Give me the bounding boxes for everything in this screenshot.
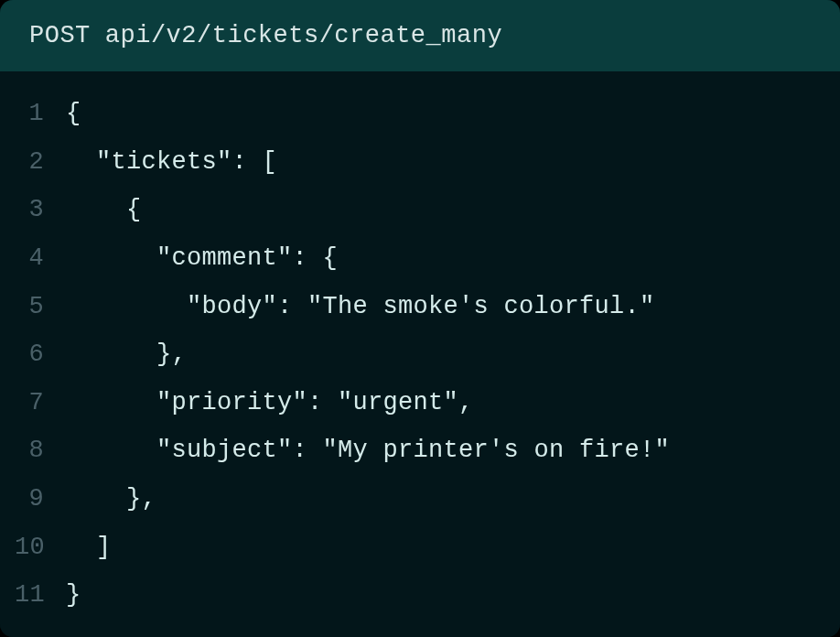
- line-number: 9: [15, 475, 66, 524]
- code-text: "priority": "urgent",: [66, 379, 474, 427]
- code-line: 1 {: [15, 90, 825, 138]
- line-number: 7: [15, 379, 66, 427]
- code-line: 2 "tickets": [: [15, 138, 825, 187]
- api-endpoint: api/v2/tickets/create_many: [105, 22, 502, 49]
- line-number: 6: [15, 330, 66, 379]
- code-line: 11 }: [15, 571, 825, 620]
- line-number: 10: [15, 524, 66, 572]
- code-text: {: [66, 90, 81, 138]
- code-line: 4 "comment": {: [15, 234, 825, 283]
- code-text: }: [66, 571, 81, 620]
- line-number: 11: [15, 571, 66, 620]
- line-number: 5: [15, 283, 66, 331]
- code-text: ]: [66, 524, 112, 572]
- request-header: POST api/v2/tickets/create_many: [0, 0, 840, 71]
- line-number: 4: [15, 234, 66, 283]
- code-text: {: [66, 186, 142, 234]
- line-number: 3: [15, 186, 66, 234]
- code-block: 1 { 2 "tickets": [ 3 { 4 "comment": { 5 …: [0, 71, 840, 637]
- code-text: "comment": {: [66, 234, 338, 283]
- http-method: POST: [29, 22, 91, 49]
- code-line: 7 "priority": "urgent",: [15, 379, 825, 427]
- code-text: },: [66, 330, 187, 379]
- code-text: },: [66, 475, 156, 524]
- code-line: 8 "subject": "My printer's on fire!": [15, 426, 825, 475]
- code-line: 9 },: [15, 475, 825, 524]
- code-text: "body": "The smoke's colorful.": [66, 283, 655, 331]
- code-line: 10 ]: [15, 524, 825, 572]
- code-snippet-card: POST api/v2/tickets/create_many 1 { 2 "t…: [0, 0, 840, 637]
- line-number: 1: [15, 90, 66, 138]
- code-text: "tickets": [: [66, 138, 277, 187]
- code-line: 5 "body": "The smoke's colorful.": [15, 283, 825, 331]
- code-text: "subject": "My printer's on fire!": [66, 426, 670, 475]
- code-line: 6 },: [15, 330, 825, 379]
- code-line: 3 {: [15, 186, 825, 234]
- line-number: 2: [15, 138, 66, 187]
- line-number: 8: [15, 426, 66, 475]
